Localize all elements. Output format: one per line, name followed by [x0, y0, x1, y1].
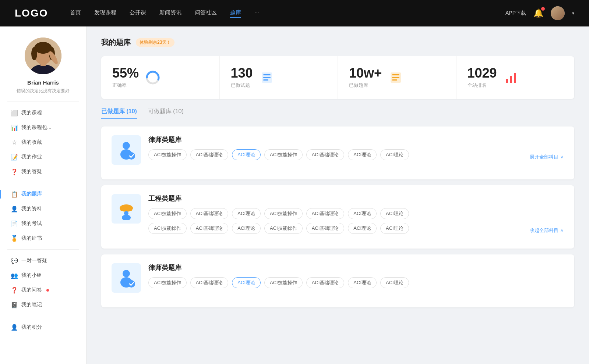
sidebar-label-my-qa: 我的问答: [21, 287, 42, 293]
expand-btn-lawyer-1[interactable]: 展开全部科目 ∨: [530, 154, 564, 160]
homework-icon: 📝: [11, 154, 18, 160]
qbank-engineer-tags-row2: ACI技能操作 ACI基础理论 ACI理论 ACI技能操作 ACI基础理论 AC…: [148, 223, 409, 234]
eng-tag-2[interactable]: ACI基础理论: [190, 208, 229, 219]
nav-more[interactable]: ···: [254, 9, 259, 18]
sidebar-item-certificates[interactable]: 🏅 我的证书: [0, 231, 86, 246]
stat-done-banks-value: 10w+: [349, 67, 382, 80]
engineer-icon-svg: [115, 198, 137, 220]
tag-6[interactable]: ACI理论: [348, 149, 377, 160]
law2-tag-6[interactable]: ACI理论: [348, 277, 377, 288]
eng-tag-13[interactable]: ACI理论: [348, 223, 377, 234]
1on1-icon: 💬: [11, 257, 18, 264]
eng-tag-3[interactable]: ACI理论: [232, 208, 261, 219]
sidebar-item-my-qa[interactable]: ❓ 我的问答: [0, 283, 86, 297]
sidebar-divider-mid: [7, 183, 79, 183]
sidebar-label-qbank: 我的题库: [21, 191, 42, 197]
eng-tag-1[interactable]: ACI技能操作: [148, 208, 187, 219]
account-chevron[interactable]: ▾: [572, 11, 574, 16]
sidebar-item-exams[interactable]: 📄 我的考试: [0, 216, 86, 231]
eng-tag-12[interactable]: ACI基础理论: [306, 223, 345, 234]
qbank-card-lawyer-1: 律师类题库 ACI技能操作 ACI基础理论 ACI理论 ACI技能操作 ACI基…: [101, 126, 574, 179]
nav-discover[interactable]: 发现课程: [94, 9, 116, 18]
eng-tag-5[interactable]: ACI基础理论: [306, 208, 345, 219]
sidebar-item-1on1[interactable]: 💬 一对一答疑: [0, 253, 86, 268]
sidebar-item-qbank[interactable]: 📋 我的题库: [0, 187, 86, 201]
svg-rect-11: [263, 74, 271, 75]
svg-rect-16: [392, 77, 399, 78]
eng-tag-9[interactable]: ACI基础理论: [190, 223, 229, 234]
chart-icon: [504, 71, 518, 84]
svg-point-23: [128, 152, 135, 160]
law2-tag-2[interactable]: ACI基础理论: [190, 277, 229, 288]
page-header: 我的题库 体验剩余23天！: [101, 38, 574, 47]
expand-btn-engineer[interactable]: 收起全部科目 ∧: [530, 227, 564, 234]
stats-row: 55% 正确率 130 已做试题: [101, 56, 574, 99]
sidebar-item-favorites[interactable]: ☆ 我的收藏: [0, 135, 86, 150]
law2-tag-3-selected[interactable]: ACI理论: [232, 277, 261, 288]
page-body: Brian Harris 错误的决定比没有决定要好 ⬜ 我的课程 📊 我的课程包…: [0, 26, 589, 364]
tab-available-banks[interactable]: 可做题库 (10): [148, 108, 184, 119]
list-icon: [260, 71, 274, 84]
qbank-lawyer-2-content: 律师类题库 ACI技能操作 ACI基础理论 ACI理论 ACI技能操作 ACI基…: [148, 263, 564, 288]
sidebar-label-package: 我的课程包...: [21, 124, 52, 131]
sidebar-item-course-package[interactable]: 📊 我的课程包...: [0, 120, 86, 135]
tabs-row: 已做题库 (10) 可做题库 (10): [101, 108, 574, 119]
nav-qa[interactable]: 问答社区: [195, 9, 217, 18]
eng-tag-10[interactable]: ACI理论: [232, 223, 261, 234]
qbank-lawyer-1-content: 律师类题库 ACI技能操作 ACI基础理论 ACI理论 ACI技能操作 ACI基…: [148, 135, 564, 160]
exams-icon: 📄: [11, 220, 18, 227]
nav-qbank[interactable]: 题库: [230, 9, 241, 18]
law2-tag-7[interactable]: ACI理论: [380, 277, 409, 288]
sidebar-item-homework[interactable]: 📝 我的作业: [0, 150, 86, 164]
stat-done-questions-label: 已做试题: [231, 82, 253, 89]
nav-news[interactable]: 新闻资讯: [159, 9, 181, 18]
sidebar-label-courses: 我的课程: [21, 110, 42, 116]
sidebar-item-group[interactable]: 👥 我的小组: [0, 268, 86, 283]
sidebar-item-materials[interactable]: 👤 我的资料: [0, 201, 86, 216]
donut-chart: [145, 69, 161, 86]
tab-done-banks[interactable]: 已做题库 (10): [101, 108, 137, 119]
eng-tag-11[interactable]: ACI技能操作: [264, 223, 303, 234]
stat-done-banks-text: 10w+ 已做题库: [349, 67, 382, 89]
tag-5[interactable]: ACI基础理论: [306, 149, 345, 160]
tag-1[interactable]: ACI技能操作: [148, 149, 187, 160]
svg-rect-26: [123, 205, 130, 208]
notification-bell[interactable]: 🔔: [533, 8, 543, 18]
svg-rect-19: [510, 76, 512, 83]
lawyer-2-icon-svg: [115, 267, 137, 289]
favorites-icon: ☆: [11, 139, 18, 146]
tag-7[interactable]: ACI理论: [380, 149, 409, 160]
tag-3-selected[interactable]: ACI理论: [232, 149, 261, 160]
package-icon: 📊: [11, 124, 18, 131]
law2-tag-1[interactable]: ACI技能操作: [148, 277, 187, 288]
sidebar-item-my-courses[interactable]: ⬜ 我的课程: [0, 106, 86, 120]
qbank-lawyer-2-icon-wrap: [112, 263, 141, 293]
sidebar: Brian Harris 错误的决定比没有决定要好 ⬜ 我的课程 📊 我的课程包…: [0, 26, 87, 364]
app-download-btn[interactable]: APP下载: [505, 10, 526, 17]
stat-done-banks-icon: [388, 69, 404, 86]
sidebar-item-questions[interactable]: ❓ 我的答疑: [0, 164, 86, 179]
sidebar-label-questions: 我的答疑: [21, 168, 42, 175]
tag-2[interactable]: ACI基础理论: [190, 149, 229, 160]
svg-rect-15: [392, 74, 399, 75]
law2-tag-5[interactable]: ACI基础理论: [306, 277, 345, 288]
eng-tag-7[interactable]: ACI理论: [380, 208, 409, 219]
law2-tag-4[interactable]: ACI技能操作: [264, 277, 303, 288]
page-title: 我的题库: [101, 38, 131, 47]
sidebar-item-notes[interactable]: 📓 我的笔记: [0, 297, 86, 312]
qbank-engineer-icon-wrap: [112, 194, 141, 224]
eng-tag-4[interactable]: ACI技能操作: [264, 208, 303, 219]
eng-tag-14[interactable]: ACI理论: [380, 223, 409, 234]
svg-rect-12: [263, 77, 271, 78]
nav-home[interactable]: 首页: [70, 9, 81, 18]
stat-done-banks: 10w+ 已做题库: [338, 56, 456, 99]
stat-accuracy-label: 正确率: [112, 82, 139, 89]
nav-open-course[interactable]: 公开课: [130, 9, 146, 18]
svg-point-31: [128, 280, 135, 288]
tag-4[interactable]: ACI技能操作: [264, 149, 303, 160]
avatar[interactable]: [551, 6, 565, 20]
sidebar-item-points[interactable]: 👤 我的积分: [0, 320, 86, 335]
stat-done-banks-label: 已做题库: [349, 82, 382, 89]
eng-tag-8[interactable]: ACI技能操作: [148, 223, 187, 234]
eng-tag-6[interactable]: ACI理论: [348, 208, 377, 219]
